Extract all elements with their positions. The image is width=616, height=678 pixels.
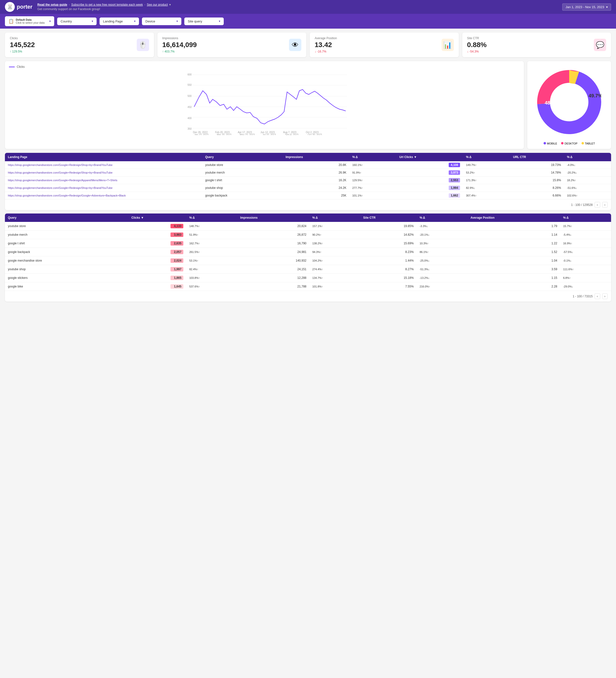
t2-ctr-delta: 10.3%↑ <box>417 239 468 248</box>
landing-page-filter[interactable]: Landing Page ▾ <box>99 17 139 25</box>
country-arrow: ▾ <box>92 20 93 23</box>
community-link[interactable]: Get community support on our Facebook gr… <box>37 7 100 11</box>
t1-landing: https://shop.googlemerchandisestore.com/… <box>5 161 202 169</box>
legend-tablet-label: TABLET <box>585 142 595 145</box>
t1-clicks-delta: 307.4%↑ <box>463 192 510 199</box>
data-source-filter[interactable]: 📋 Default Data Click to select your data… <box>5 16 54 26</box>
site-query-filter[interactable]: Site query ▾ <box>184 17 224 25</box>
t1-imp-delta: 101.1%↑ <box>350 192 397 199</box>
legend-line-clicks <box>9 67 15 67</box>
table2-row: google bike 1,645 537.6%↑ 21,788 101.8%↑… <box>5 282 611 291</box>
t1-impressions: 24.2K <box>283 184 350 192</box>
t1-clicks: 1,994 <box>397 184 463 192</box>
t2-pos-delta: 6.8%↑ <box>560 274 611 282</box>
t2-clicks-delta: 103.8%↑ <box>186 274 237 282</box>
t1-imp-delta: 129.5%↑ <box>350 177 397 184</box>
setup-guide-link[interactable]: Read the setup guide <box>37 3 67 6</box>
kpi-row: Clicks 145,522 ↑ 129.5% 🖱️ Impressions 1… <box>5 33 611 57</box>
table1-row: https://shop.googlemerchandisestore.com/… <box>5 161 611 169</box>
table1-row: https://shop.googlemerchandisestore.com/… <box>5 177 611 184</box>
t1-query: google t shirt <box>202 177 283 184</box>
t1-landing: https://shop.googlemerchandisestore.com/… <box>5 192 202 199</box>
kpi-label-0: Clicks <box>10 36 35 40</box>
table1-page-info: 1 - 100 / 129528 <box>571 203 592 206</box>
t1-ctr-delta: 18.2%↑ <box>564 177 611 184</box>
table2-col-ctr-delta: % Δ <box>417 214 468 222</box>
chart-legend: Clicks <box>9 65 520 69</box>
table2-row: google t shirt 2,635 162.7%↑ 16,790 138.… <box>5 239 611 248</box>
kpi-card-2: Average Position 13.42 ↓ -16.7% 📊 <box>310 33 459 57</box>
t2-clicks: 4,133 <box>128 222 186 230</box>
t2-clicks-delta: 53.1%↑ <box>186 256 237 265</box>
date-range-selector[interactable]: Jan 1, 2023 - Nov 15, 2023 ▾ <box>562 3 611 11</box>
legend-tablet: TABLET <box>581 142 595 145</box>
filter-bar: 📋 Default Data Click to select your data… <box>0 14 616 29</box>
t2-query: youtube store <box>5 222 128 230</box>
t1-ctr-delta: -20.2%↓ <box>564 169 611 177</box>
t2-clicks-delta: 148.7%↑ <box>186 222 237 230</box>
site-query-arrow: ▾ <box>219 20 220 23</box>
t1-imp-delta: 91.9%↑ <box>350 169 397 177</box>
t2-imp-delta: 90.2%↑ <box>309 230 360 239</box>
t2-avgpos: 1.14 <box>467 230 560 239</box>
table2-col-clicks[interactable]: Clicks ▼ <box>128 214 186 222</box>
donut-container: 48.3%49.7% <box>537 65 601 139</box>
device-arrow: ▾ <box>176 20 178 23</box>
table1-col-urlclicks[interactable]: Url Clicks ▼ <box>397 153 463 161</box>
t1-landing: https://shop.googlemerchandisestore.com/… <box>5 177 202 184</box>
t1-clicks-delta: 171.3%↑ <box>463 177 510 184</box>
table2-body: youtube store 4,133 148.7%↑ 20,824 157.1… <box>5 222 611 291</box>
t1-clicks-delta: 53.2%↑ <box>463 169 510 177</box>
table2-next-btn[interactable]: › <box>602 293 608 299</box>
t1-clicks: 3,973 <box>397 169 463 177</box>
logo-icon: 🐰 <box>5 2 15 12</box>
t2-avgpos: 1.52 <box>467 248 560 256</box>
t2-impressions: 21,788 <box>237 282 310 291</box>
t2-query: youtube merch <box>5 230 128 239</box>
t2-pos-delta: 15.7%↑ <box>560 222 611 230</box>
kpi-label-3: Site CTR <box>467 36 487 40</box>
t2-clicks: 2,024 <box>128 256 186 265</box>
t1-imp-delta: 160.1%↑ <box>350 161 397 169</box>
table2-header-row: Query Clicks ▼ % Δ Impressions % Δ Site … <box>5 214 611 222</box>
logo[interactable]: 🐰 porter <box>5 2 33 12</box>
table2-prev-btn[interactable]: ‹ <box>594 293 600 299</box>
t2-ctr-delta: -20.1%↓ <box>417 230 468 239</box>
table2-row: youtube shop 1,997 82.4%↑ 24,151 274.4%↑… <box>5 265 611 274</box>
data-source-icon: 📋 <box>8 18 14 24</box>
x-label-sub-4: Jul 10, 2023 <box>262 134 276 135</box>
t2-impressions: 12,288 <box>237 274 310 282</box>
kpi-delta-3: ↓ -54.3% <box>467 50 487 53</box>
t2-avgpos: 3.59 <box>467 265 560 274</box>
t2-clicks: 1,997 <box>128 265 186 274</box>
t1-impressions: 26.9K <box>283 169 350 177</box>
table1-prev-btn[interactable]: ‹ <box>594 202 600 208</box>
t2-ctr: 15.18% <box>360 274 417 282</box>
device-label: Device <box>146 20 174 23</box>
table1-col-ctr-delta: % Δ <box>564 153 611 161</box>
country-label: Country <box>60 20 90 23</box>
table2-row: youtube store 4,133 148.7%↑ 20,824 157.1… <box>5 222 611 230</box>
subscribe-link[interactable]: Subscribe to get a new free report templ… <box>71 3 143 6</box>
t2-imp-delta: 134.7%↑ <box>309 274 360 282</box>
kpi-card-3: Site CTR 0.88% ↓ -54.3% 💬 <box>462 33 611 57</box>
see-product-link[interactable]: See our product <box>147 3 168 6</box>
t2-pos-delta: -29.0%↓ <box>560 282 611 291</box>
main-content: Clicks 145,522 ↑ 129.5% 🖱️ Impressions 1… <box>0 29 616 309</box>
t2-ctr-delta: -25.0%↓ <box>417 256 468 265</box>
table2-row: google stickers 1,865 103.8%↑ 12,288 134… <box>5 274 611 282</box>
table2-col-clicks-delta: % Δ <box>186 214 237 222</box>
x-label-sub-2: Mar 20, 2023 <box>217 134 231 135</box>
t2-impressions: 20,824 <box>237 222 310 230</box>
logo-text: porter <box>17 4 33 10</box>
t2-clicks: 2,057 <box>128 248 186 256</box>
country-filter[interactable]: Country ▾ <box>57 17 96 25</box>
table1-col-landing: Landing Page <box>5 153 202 161</box>
table1-next-btn[interactable]: › <box>602 202 608 208</box>
device-filter[interactable]: Device ▾ <box>142 17 181 25</box>
top-bar: 🐰 porter Read the setup guide - Subscrib… <box>0 0 616 14</box>
t1-ctr-delta: 102.6%↑ <box>564 192 611 199</box>
table1-col-clicks-delta: % Δ <box>463 153 510 161</box>
kpi-left-0: Clicks 145,522 ↑ 129.5% <box>10 36 35 53</box>
y-label-500: 500 <box>188 95 192 98</box>
